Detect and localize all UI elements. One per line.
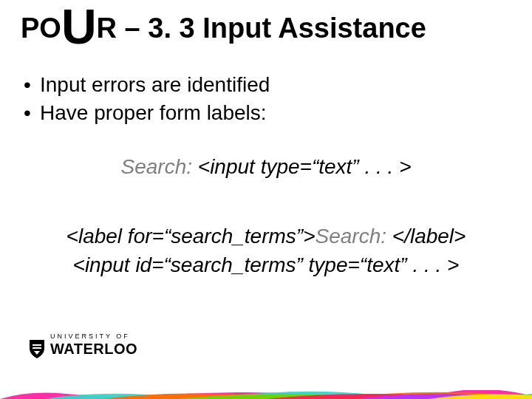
bullet-item: •Have proper form labels: bbox=[24, 99, 270, 127]
university-logo: UNIVERSITY OF WATERLOO bbox=[28, 332, 176, 359]
bullet-text: Input errors are identified bbox=[40, 73, 270, 96]
decorative-color-strip bbox=[0, 390, 532, 399]
logo-wordmark: WATERLOO bbox=[50, 341, 137, 358]
code-correct-line1-post: </label> bbox=[392, 225, 466, 248]
code-correct-line1: <label for=“search_terms”>Search: </labe… bbox=[0, 222, 532, 250]
shield-icon bbox=[28, 338, 46, 359]
code-correct-line1-mid: Search: bbox=[316, 225, 392, 248]
code-correct-line2: <input id=“search_terms” type=“text” . .… bbox=[0, 250, 532, 279]
slide: POUR – 3. 3 Input Assistance •Input erro… bbox=[0, 0, 532, 399]
bullet-item: •Input errors are identified bbox=[24, 71, 270, 99]
slide-title: POUR – 3. 3 Input Assistance bbox=[21, 13, 517, 44]
title-po: PO bbox=[21, 13, 61, 44]
code-correct-line1-pre: <label for=“search_terms”> bbox=[66, 225, 316, 248]
code-incorrect-example: Search: <input type=“text” . . . > bbox=[0, 155, 532, 179]
bullet-text: Have proper form labels: bbox=[40, 101, 267, 124]
code-incorrect-label: Search: bbox=[121, 155, 193, 178]
bullet-list: •Input errors are identified •Have prope… bbox=[24, 71, 270, 127]
code-correct-example: <label for=“search_terms”>Search: </labe… bbox=[0, 222, 532, 279]
logo-row: WATERLOO bbox=[28, 338, 176, 359]
bullet-dot-icon: • bbox=[24, 71, 40, 99]
code-incorrect-markup: <input type=“text” . . . > bbox=[192, 155, 412, 178]
title-rest: R – 3. 3 Input Assistance bbox=[97, 13, 426, 44]
bullet-dot-icon: • bbox=[24, 99, 40, 127]
